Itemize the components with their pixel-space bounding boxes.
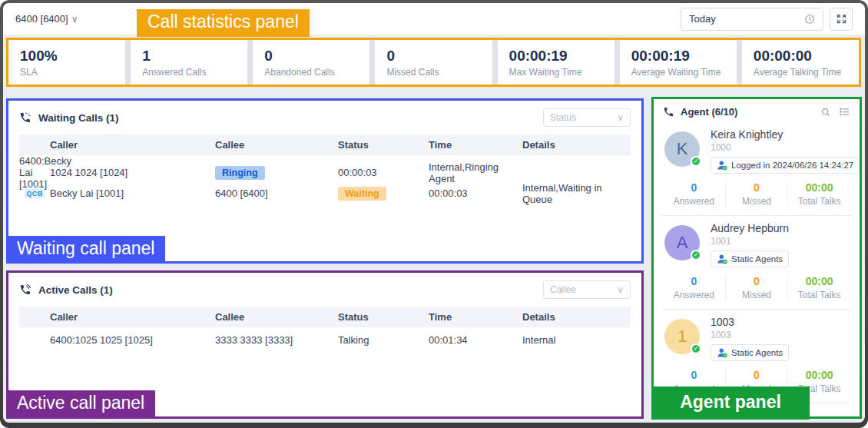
answered-label: Answered [663,290,725,300]
queue-selector[interactable]: 6400 [6400] ∨ [15,13,78,25]
annotation-call-statistics-panel: Call statistics panel [137,9,310,37]
missed-count: 0 [726,369,788,381]
stat-value: 00:00:19 [509,48,603,65]
stat-sla: 100% SLA [8,40,125,85]
cell-callee: 1024 1024 [1024] [50,167,215,178]
col-callee: Callee [215,311,338,323]
active-filter-value: Callee [550,284,576,295]
col-caller: Caller [50,139,215,151]
active-panel-header: Active Calls (1) Callee ∨ [8,273,641,304]
agent-panel-title: Agent (6/10) [681,106,737,118]
fullscreen-button[interactable] [830,8,853,31]
total-talks-value: 00:00 [788,181,850,194]
col-details: Details [522,139,631,151]
status-badge-waiting: Waiting [338,187,386,201]
list-view-icon[interactable] [839,106,850,118]
active-table-header: Caller Callee Status Time Details [19,307,631,327]
stat-missed-calls: 0 Missed Calls [375,40,492,85]
agent-stat-answered: 0 Answered [663,275,726,300]
search-icon[interactable] [820,107,831,118]
active-filter-select[interactable]: Callee ∨ [543,280,631,299]
waiting-table-header: Caller Callee Status Time Details [19,134,631,155]
annotation-agent-panel: Agent panel [651,387,810,420]
avatar-initial: 1 [678,327,687,347]
annotation-active-call-panel: Active call panel [6,390,155,418]
waiting-filter-select[interactable]: Status ∨ [543,108,631,127]
waiting-filter-value: Status [550,112,576,123]
clock-icon [804,14,815,25]
agent-extension: 1003 [711,330,789,340]
date-filter-value: Today [689,13,716,25]
chevron-down-icon: ∨ [71,14,78,25]
agent-person-icon [717,160,727,171]
col-time: Time [429,311,522,323]
stat-answered-calls: 1 Answered Calls [131,40,247,85]
waiting-panel-header: Waiting Calls (1) Status ∨ [8,101,641,131]
stat-value: 100% [20,48,114,65]
date-filter-input[interactable]: Today [681,8,823,31]
agent-static-tag: Static Agents [711,344,789,361]
stat-value: 1 [142,48,236,65]
stat-value: 0 [264,48,358,65]
stat-label: SLA [20,67,114,78]
total-talks-label: Total Talks [788,290,850,300]
qcb-badge: QCB [25,189,45,198]
window-frame: 6400 [6400] ∨ Today 100% SLA 1 Ans [0,0,868,428]
total-talks-value: 00:00 [788,369,850,381]
agent-phone-icon [663,106,674,118]
avatar: 1 ✓ [664,319,700,354]
agent-tag-text: Static Agents [731,254,783,264]
stat-max-waiting-time: 00:00:19 Max Waiting Time [498,40,615,85]
waiting-call-row: 6400:Becky Lai [1001] 1024 1024 [1024] R… [19,155,631,181]
answered-count: 0 [663,369,725,381]
agent-static-tag: Static Agents [711,250,789,267]
stat-label: Max Waiting Time [509,67,603,78]
cell-time: 00:00:03 [338,167,429,178]
cell-callee: 6400 [6400] [215,187,338,199]
agent-stat-answered: 0 Answered [663,181,726,207]
answered-count: 0 [663,181,725,194]
stat-label: Average Waiting Time [631,67,725,78]
total-talks-value: 00:00 [788,275,850,287]
agent-login-tag: Logged in 2024/06/26 14:24:27 [711,157,860,174]
agent-card: A ✓ Audrey Hepburn 1001 Static Agents [654,216,860,309]
agent-name: 1003 [711,316,789,328]
agent-name: Keira Knightley [711,128,850,141]
stat-value: 00:00:19 [631,48,725,65]
fullscreen-icon [836,13,847,25]
agent-name: Audrey Hepburn [711,222,789,234]
topbar: 6400 [6400] ∨ Today [3,3,865,35]
missed-label: Missed [726,290,788,300]
status-badge-ringing: Ringing [215,166,265,180]
chevron-down-icon: ∨ [617,112,624,123]
agent-card: K ✓ Keira Knightley 1000 Logged in 2024/… [654,122,860,215]
missed-count: 0 [726,181,788,194]
waiting-call-row: QCB Becky Lai [1001] 6400 [6400] Waiting… [19,181,631,206]
col-status: Status [338,139,429,151]
active-phone-icon [19,284,31,296]
agent-info: 1003 1003 Static Agents [711,316,789,361]
agent-extension: 1001 [711,236,789,247]
agent-extension: 1000 [711,142,850,153]
call-statistics-panel: 100% SLA 1 Answered Calls 0 Abandoned Ca… [6,38,861,87]
ringing-phone-icon [19,111,31,124]
agent-row: 1 ✓ 1003 1003 Static Agents [663,316,850,361]
total-talks-label: Total Talks [788,196,850,207]
dashboard-screen: 6400 [6400] ∨ Today 100% SLA 1 Ans [3,3,865,423]
stat-average-waiting-time: 00:00:19 Average Waiting Time [620,40,737,85]
topbar-right: Today [681,8,853,31]
agent-panel: Agent (6/10) K ✓ Keira Knightley 1000 [651,97,862,419]
online-status-icon: ✓ [691,156,701,167]
agent-stat-missed: 0 Missed [726,275,789,300]
avatar: A ✓ [664,225,700,260]
agent-info: Audrey Hepburn 1001 Static Agents [711,222,789,267]
col-time: Time [429,139,522,151]
col-callee: Callee [215,139,338,151]
col-details: Details [522,311,631,323]
missed-label: Missed [726,196,788,207]
avatar-initial: A [677,233,688,253]
stat-label: Answered Calls [142,67,236,78]
cell-time: 00:00:03 [429,187,522,199]
annotation-waiting-call-panel: Waiting call panel [6,236,165,264]
stat-value: 00:00:00 [754,48,847,65]
